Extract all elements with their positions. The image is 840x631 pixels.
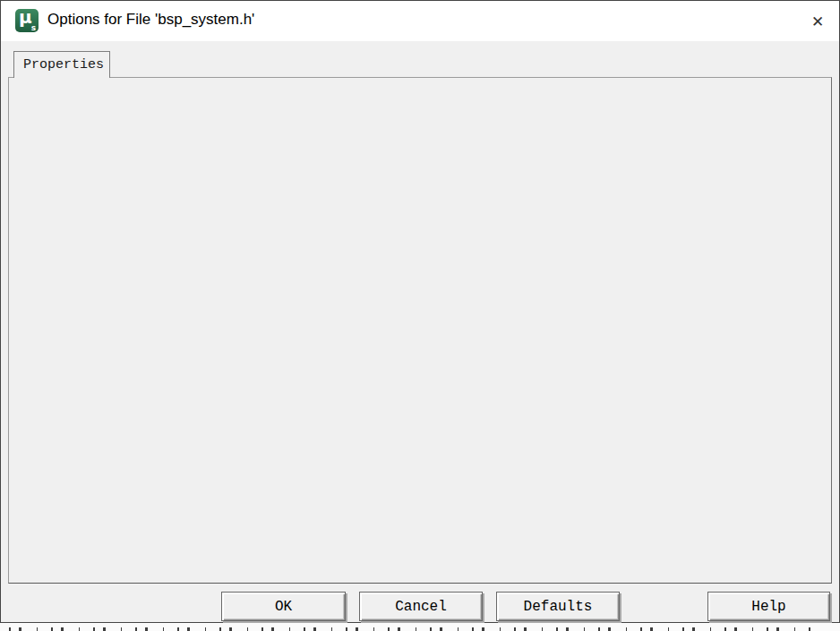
window-title: Options for File 'bsp_system.h': [47, 11, 254, 29]
tab-properties[interactable]: Properties: [13, 51, 110, 78]
cancel-button[interactable]: Cancel: [359, 592, 483, 621]
titlebar: µ s Options for File 'bsp_system.h' ✕: [1, 1, 839, 41]
tab-properties-label: Properties: [23, 57, 104, 72]
defaults-button[interactable]: Defaults: [496, 592, 620, 621]
background-window-strip: [0, 623, 840, 631]
uvision-app-icon: µ s: [15, 9, 39, 32]
properties-tab-page: [8, 77, 832, 584]
background-window-clipped-text: [9, 627, 813, 631]
close-icon[interactable]: ✕: [803, 8, 832, 35]
help-button[interactable]: Help: [707, 592, 830, 621]
options-for-file-dialog: µ s Options for File 'bsp_system.h' ✕ Pr…: [0, 0, 840, 623]
ok-button[interactable]: OK: [221, 592, 346, 621]
